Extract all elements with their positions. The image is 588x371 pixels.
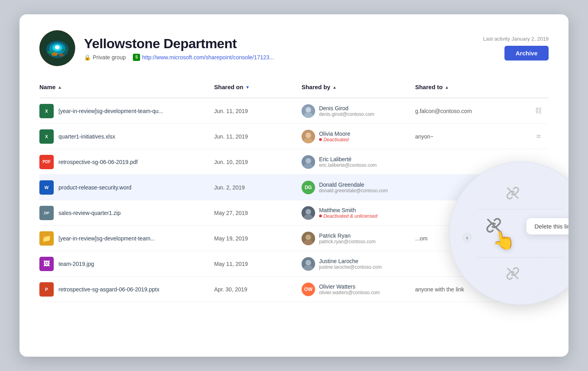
file-cell: 📁 [year-in-review]sg-development-team... <box>39 227 214 250</box>
group-info: Yellowstone Department 🔒 Private group S… <box>84 36 483 61</box>
table-row: X [year-in-review]sg-development-team-qu… <box>39 98 549 124</box>
file-cell: X [year-in-review]sg-development-team-qu… <box>39 99 214 123</box>
unlink-icon-bottom[interactable] <box>505 266 520 281</box>
header-actions: Last activity January 2, 2019 Archive <box>483 36 549 61</box>
avatar <box>302 232 315 245</box>
shared-on-sort-icon: ▼ <box>245 85 250 90</box>
private-group-label: Private group <box>93 54 126 61</box>
status-dot <box>319 215 322 217</box>
avatar <box>302 104 315 118</box>
action-cell[interactable]: ≈ <box>529 132 549 141</box>
user-cell: OW Olivier Watters olivier.watters@conto… <box>302 279 415 300</box>
header-meta: 🔒 Private group S http://www.microsoft.c… <box>84 54 483 61</box>
zoom-top-row <box>449 177 569 209</box>
avatar <box>302 155 315 169</box>
user-status: Deactivated & unlicensed <box>319 213 377 219</box>
sharepoint-icon: S <box>133 54 140 61</box>
unlink-icon[interactable]: ⛓ <box>535 107 542 115</box>
collapse-button[interactable]: › <box>462 232 472 243</box>
user-info: Denis Girod denis.girod@contoso.com <box>319 105 374 117</box>
avatar: DG <box>302 181 315 194</box>
date-cell: May 27, 2019 <box>214 210 302 216</box>
status-text: Deactivated & unlicensed <box>323 213 377 219</box>
user-cell: DG Donald Greendale donald.greendale@con… <box>302 177 415 198</box>
shared-to-cell: anyon~ <box>415 129 529 144</box>
file-cell: X quarter1-initiatives.xlsx <box>39 125 214 148</box>
table-header-row: Name ▲ Shared on ▼ Shared by ▲ Shared to… <box>39 80 549 98</box>
sharepoint-link[interactable]: S http://www.microsoft.com/sharepoint/co… <box>133 54 274 61</box>
user-email: donald.greendale@contoso.com <box>319 188 388 193</box>
status-dot <box>319 138 322 141</box>
svg-point-8 <box>62 49 66 51</box>
file-cell: ZIP sales-review-quarter1.zip <box>39 201 214 225</box>
action-cell[interactable]: ⛓ <box>529 107 549 115</box>
avatar <box>302 257 315 271</box>
table-row: PDF retrospective-sg-06-06-2019.pdf Jun.… <box>39 149 549 175</box>
user-name: Denis Girod <box>319 105 374 111</box>
col-name-header[interactable]: Name ▲ <box>39 80 214 94</box>
delete-link-tooltip: Delete this link <box>526 218 569 234</box>
user-email: eric.laliberte@contoso.com <box>319 162 377 168</box>
file-name: retrospective-sg-asgard-06-06-2019.pptx <box>58 286 160 293</box>
user-info: Eric Laliberté eric.laliberte@contoso.co… <box>319 156 377 168</box>
user-email: olivier.watters@contoso.com <box>319 290 380 295</box>
file-icon-folder: 📁 <box>39 231 54 246</box>
svg-point-25 <box>306 260 311 266</box>
date-cell: Jun. 10, 2019 <box>214 159 302 165</box>
unlink-icon[interactable]: ≈ <box>536 132 541 141</box>
user-name: Patrick Ryan <box>319 232 376 239</box>
avatar <box>302 130 315 143</box>
file-icon-img: 🖼 <box>39 257 54 271</box>
file-cell: P retrospective-sg-asgard-06-06-2019.ppt… <box>39 277 214 301</box>
file-icon-zip: ZIP <box>39 206 54 220</box>
user-info: Justine Laroche justine.laroche@contoso.… <box>319 258 382 270</box>
svg-point-19 <box>306 209 311 215</box>
sharepoint-letter: S <box>135 55 138 59</box>
col-shared-to-header[interactable]: Shared to ▲ <box>415 80 529 94</box>
shared-to-cell: g.falcon@contoso.com <box>415 104 529 118</box>
col-shared-on-label: Shared on <box>214 84 243 90</box>
file-cell: W product-release-security.word <box>39 176 214 199</box>
user-info: Olivia Moore Deactivated <box>319 131 350 143</box>
date-cell: Jun. 11, 2019 <box>214 108 302 114</box>
unlink-icon-top[interactable] <box>505 186 520 201</box>
user-info: Matthew Smith Deactivated & unlicensed <box>319 207 377 219</box>
file-name: [year-in-review]sg-development-team-qu..… <box>58 108 163 114</box>
user-cell: Olivia Moore Deactivated <box>302 126 415 147</box>
lock-icon: 🔒 <box>84 54 91 61</box>
file-cell: PDF retrospective-sg-06-06-2019.pdf <box>39 150 214 174</box>
group-title: Yellowstone Department <box>84 36 483 51</box>
file-icon-xlsx: X <box>39 104 54 118</box>
file-name: retrospective-sg-06-06-2019.pdf <box>58 159 138 165</box>
shared-by-sort-icon: ▲ <box>332 85 337 90</box>
file-icon-xlsx: X <box>39 129 54 144</box>
file-icon-pdf: PDF <box>39 155 54 169</box>
user-cell: Patrick Ryan patrick.ryan@contoso.com <box>302 228 415 249</box>
status-text: Deactivated <box>323 137 349 143</box>
file-name: team-2019.jpg <box>58 261 94 267</box>
file-icon-word: W <box>39 180 54 195</box>
table-row: X quarter1-initiatives.xlsx Jun. 11, 201… <box>39 124 549 149</box>
file-name: [year-in-review]sg-development-team... <box>58 235 155 242</box>
last-activity-text: Last activity January 2, 2019 <box>483 36 549 42</box>
archive-button[interactable]: Archive <box>504 46 549 61</box>
shared-to-sort-icon: ▲ <box>445 85 449 90</box>
user-cell: Justine Laroche justine.laroche@contoso.… <box>302 253 415 275</box>
user-email: justine.laroche@contoso.com <box>319 264 382 270</box>
date-cell: May 19, 2019 <box>214 235 302 242</box>
col-shared-on-header[interactable]: Shared on ▼ <box>214 80 302 94</box>
user-name: Justine Laroche <box>319 258 382 264</box>
avatar <box>302 206 315 220</box>
sharepoint-url[interactable]: http://www.microsoft.com/sharepoint/cons… <box>142 54 274 61</box>
file-icon-pptx: P <box>39 282 54 297</box>
col-shared-by-header[interactable]: Shared by ▲ <box>302 80 415 94</box>
svg-point-22 <box>306 234 311 240</box>
svg-point-7 <box>48 51 53 54</box>
date-cell: Jun. 11, 2019 <box>214 133 302 140</box>
col-shared-to-label: Shared to <box>415 84 442 90</box>
main-window: Yellowstone Department 🔒 Private group S… <box>19 14 569 357</box>
file-name: product-release-security.word <box>58 184 131 191</box>
user-name: Eric Laliberté <box>319 156 377 162</box>
date-cell: Apr. 30, 2019 <box>214 286 302 293</box>
user-info: Olivier Watters olivier.watters@contoso.… <box>319 283 380 295</box>
